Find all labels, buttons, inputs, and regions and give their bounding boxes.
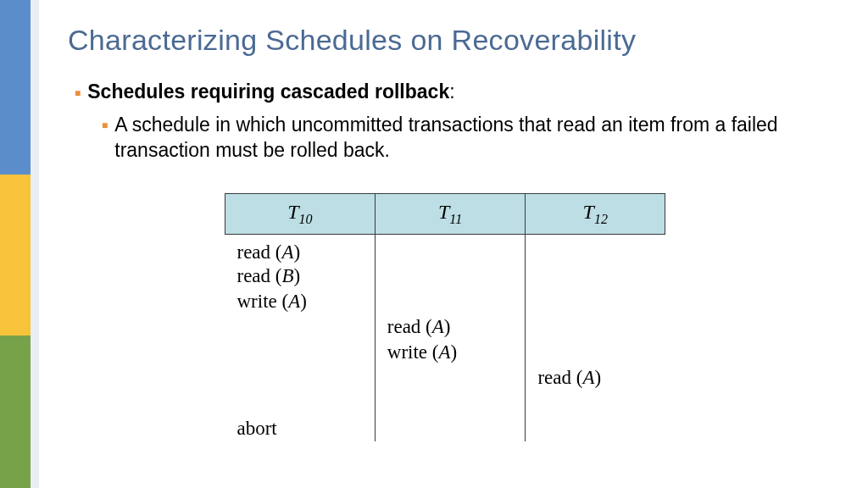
- slide-title: Characterizing Schedules on Recoverabili…: [68, 24, 814, 57]
- bullet-1-bold: Schedules requiring cascaded rollback: [87, 80, 449, 103]
- sidebar-green: [0, 336, 31, 488]
- table-row: write (A): [225, 340, 665, 365]
- table-header-row: T10 T11 T12: [225, 193, 665, 234]
- sidebar-yellow: [0, 175, 31, 336]
- col-t10: T10: [225, 193, 376, 234]
- bullet-icon: ■: [102, 113, 108, 164]
- col-t12: T12: [526, 193, 665, 234]
- table-row: write (A): [225, 289, 665, 314]
- bullet-level-1: ■ Schedules requiring cascaded rollback:: [68, 80, 814, 106]
- bullet-icon: ■: [75, 80, 81, 106]
- table-row: [225, 391, 665, 416]
- schedule-table-wrap: T10 T11 T12 read (A) read (B) write (A) …: [225, 193, 665, 441]
- table-row: read (B): [225, 263, 665, 289]
- color-sidebar: [0, 0, 39, 488]
- table-body: read (A) read (B) write (A) read (A) wri…: [225, 234, 665, 441]
- slide-body: Characterizing Schedules on Recoverabili…: [68, 24, 814, 441]
- table-row: abort: [225, 416, 665, 441]
- table-row: read (A): [225, 314, 665, 340]
- col-t11: T11: [375, 193, 526, 234]
- sidebar-blue: [0, 0, 31, 175]
- table-row: read (A): [225, 365, 665, 391]
- bullet-2-text: A schedule in which uncommitted transact…: [114, 113, 814, 164]
- bullet-1-text: Schedules requiring cascaded rollback:: [87, 80, 454, 106]
- table-row: read (A): [225, 234, 665, 263]
- sidebar-accent: [31, 0, 39, 488]
- schedule-table: T10 T11 T12 read (A) read (B) write (A) …: [225, 193, 665, 441]
- bullet-level-2: ■ A schedule in which uncommitted transa…: [68, 113, 814, 164]
